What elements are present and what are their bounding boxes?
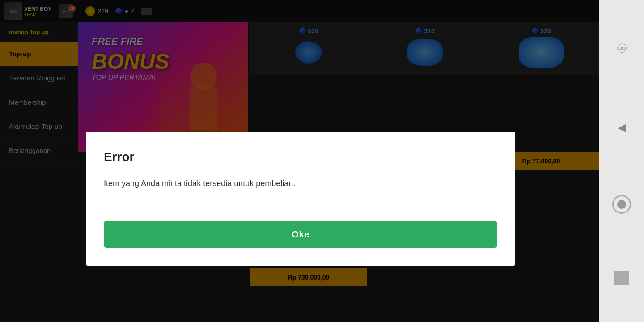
modal-body: Error Item yang Anda minta tidak tersedi…	[86, 132, 515, 221]
back-button[interactable]: ◀	[610, 116, 633, 139]
accessibility-icon: ♾	[616, 41, 627, 56]
modal-title: Error	[104, 150, 497, 164]
accessibility-button[interactable]: ♾	[610, 37, 633, 59]
record-button[interactable]	[612, 195, 631, 214]
modal-message: Item yang Anda minta tidak tersedia untu…	[104, 178, 497, 190]
record-icon	[617, 200, 626, 209]
error-modal: Error Item yang Anda minta tidak tersedi…	[86, 132, 515, 266]
modal-footer: Oke	[86, 221, 515, 266]
ok-button[interactable]: Oke	[104, 221, 497, 248]
back-icon: ◀	[618, 121, 626, 134]
right-panel: ♾ ◀	[599, 0, 644, 322]
stop-button[interactable]	[614, 271, 629, 285]
